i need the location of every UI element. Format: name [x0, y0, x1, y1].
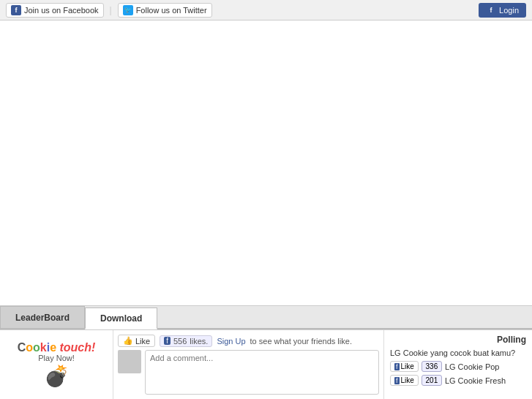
login-button[interactable]: f Login	[479, 3, 526, 18]
fb-icon-poll-2: f	[394, 377, 400, 384]
bomb-icon: 💣	[44, 364, 70, 388]
cookie-touch-section: Cookie touch! Play Now! 💣	[0, 330, 113, 399]
poll-like-btn-1[interactable]: f Like	[390, 361, 419, 372]
fb-icon-poll-1: f	[394, 363, 400, 370]
play-now-text: Play Now!	[38, 354, 75, 362]
twitter-link-label: Follow us on Twitter	[136, 6, 207, 15]
comment-row	[118, 350, 379, 395]
login-fb-icon: f	[486, 5, 496, 15]
like-count-text: likes.	[190, 337, 208, 346]
like-button[interactable]: 👍 Like	[118, 335, 155, 347]
twitter-link[interactable]: 🐦 Follow us on Twitter	[118, 3, 212, 18]
top-bar: f Join us on Facebook | 🐦 Follow us on T…	[0, 0, 532, 20]
twitter-icon: 🐦	[123, 5, 133, 15]
facebook-link-label: Join us on Facebook	[24, 6, 99, 15]
poll-label-2: LG Cookie Fresh	[445, 376, 506, 385]
poll-label-1: LG Cookie Pop	[445, 362, 500, 371]
poll-like-btn-2[interactable]: f Like	[390, 375, 419, 386]
facebook-link[interactable]: f Join us on Facebook	[6, 3, 104, 18]
polling-question: LG Cookie yang cocok buat kamu?	[390, 348, 526, 358]
signup-suffix: to see what your friends like.	[250, 337, 352, 346]
facebook-icon: f	[11, 5, 21, 15]
like-count-number: 556	[173, 337, 187, 346]
main-content-area	[0, 20, 532, 306]
like-label-1: Like	[401, 362, 414, 370]
like-label-2: Like	[401, 376, 414, 384]
poll-count-2: 201	[422, 375, 442, 386]
polling-header: Polling	[390, 335, 526, 345]
cookie-logo: Cookie touch!	[18, 341, 96, 354]
like-count-badge: f 556 likes.	[160, 335, 212, 347]
poll-item-2: f Like 201 LG Cookie Fresh	[390, 375, 526, 386]
login-label: Login	[499, 6, 519, 15]
poll-item-1: f Like 336 LG Cookie Pop	[390, 361, 526, 372]
poll-count-1: 336	[422, 361, 442, 372]
fb-count-icon: f	[164, 337, 171, 345]
top-bar-left: f Join us on Facebook | 🐦 Follow us on T…	[6, 3, 212, 18]
touch-word: touch!	[59, 341, 95, 354]
tab-leaderboard[interactable]: LeaderBoard	[0, 306, 85, 328]
thumbs-up-icon: 👍	[123, 336, 133, 346]
comment-input[interactable]	[145, 350, 379, 395]
avatar	[118, 350, 141, 373]
polling-section: Polling LG Cookie yang cocok buat kamu? …	[384, 330, 532, 399]
bottom-section: Cookie touch! Play Now! 💣 👍 Like f 556 l…	[0, 329, 532, 399]
fb-like-bar: 👍 Like f 556 likes. Sign Up to see what …	[118, 335, 379, 347]
facebook-section: 👍 Like f 556 likes. Sign Up to see what …	[113, 330, 384, 399]
cookie-word: Cookie	[18, 341, 60, 354]
tab-download[interactable]: Download	[85, 307, 157, 329]
signup-link[interactable]: Sign Up	[217, 337, 245, 346]
like-button-label: Like	[135, 337, 150, 346]
tabs-bar: LeaderBoard Download	[0, 306, 532, 329]
